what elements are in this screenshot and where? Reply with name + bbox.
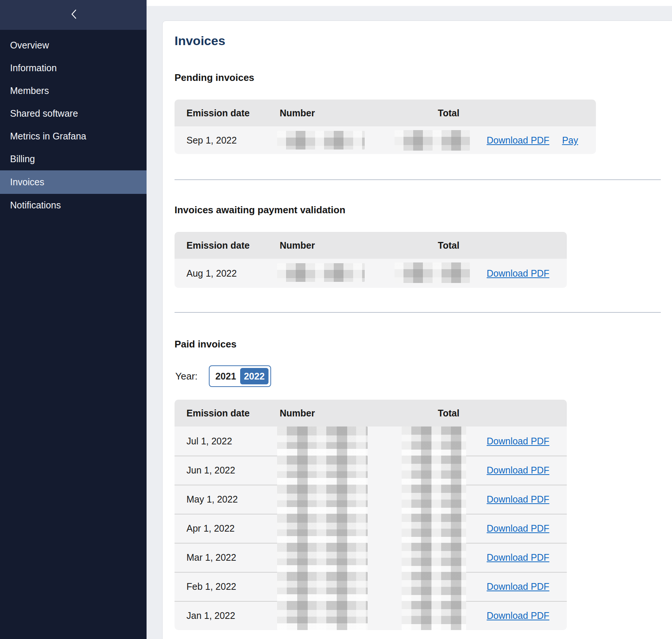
invoice-total-redacted (402, 572, 466, 601)
section-divider (175, 179, 661, 180)
sidebar-header (0, 0, 147, 30)
invoice-number-redacted (277, 572, 368, 601)
invoice-row: Sep 1, 2022Download PDFPay (175, 126, 596, 154)
year-toggle: 20212022 (209, 365, 271, 387)
invoice-row: Jul 1, 2022Download PDF (175, 426, 567, 456)
invoice-row: May 1, 2022Download PDF (175, 485, 567, 514)
download-pdf-link[interactable]: Download PDF (487, 523, 549, 534)
invoice-row: Jan 1, 2022Download PDF (175, 601, 567, 630)
invoice-total-redacted (402, 456, 466, 485)
sidebar-item-members[interactable]: Members (0, 79, 147, 102)
sidebar-item-metrics-in-grafana[interactable]: Metrics in Grafana (0, 125, 147, 148)
section-heading-awaiting: Invoices awaiting payment validation (175, 204, 345, 216)
row-actions: Download PDF (485, 610, 567, 621)
invoice-total-redacted (395, 130, 470, 151)
invoice-row: Feb 1, 2022Download PDF (175, 572, 567, 601)
row-actions: Download PDF (485, 494, 567, 505)
year-label: Year: (175, 371, 198, 382)
top-bar (147, 0, 672, 6)
row-actions: Download PDF (485, 581, 567, 592)
row-actions: Download PDFPay (485, 135, 596, 146)
invoice-row: Jun 1, 2022Download PDF (175, 456, 567, 485)
column-header-emission-date: Emission date (175, 408, 280, 419)
section-heading-pending: Pending invoices (175, 72, 254, 84)
table-header-row: Emission dateNumberTotal (175, 232, 567, 259)
row-actions: Download PDF (485, 268, 567, 279)
awaiting-invoices-table: Emission dateNumberTotalAug 1, 2022Downl… (175, 232, 567, 288)
invoice-row: Aug 1, 2022Download PDF (175, 259, 567, 288)
invoice-total-redacted (402, 485, 466, 514)
emission-date-cell: Mar 1, 2022 (175, 552, 280, 563)
invoice-number-redacted (277, 456, 368, 485)
emission-date-cell: Jul 1, 2022 (175, 436, 280, 447)
sidebar-item-overview[interactable]: Overview (0, 34, 147, 57)
sidebar-item-notifications[interactable]: Notifications (0, 194, 147, 217)
download-pdf-link[interactable]: Download PDF (487, 552, 549, 563)
download-pdf-link[interactable]: Download PDF (487, 268, 549, 279)
column-header-number: Number (280, 408, 396, 419)
table-header-row: Emission dateNumberTotal (175, 400, 567, 426)
sidebar-item-shared-software[interactable]: Shared software (0, 102, 147, 125)
sidebar-item-information[interactable]: Information (0, 57, 147, 79)
pending-invoices-table: Emission dateNumberTotalSep 1, 2022Downl… (175, 100, 596, 154)
chevron-left-icon (69, 9, 79, 20)
invoice-number-redacted (277, 601, 368, 630)
pay-link[interactable]: Pay (562, 135, 578, 146)
table-header-row: Emission dateNumberTotal (175, 100, 596, 126)
sidebar: OverviewInformationMembersShared softwar… (0, 0, 147, 639)
sidebar-item-billing[interactable]: Billing (0, 148, 147, 170)
invoice-number-redacted (277, 514, 368, 543)
emission-date-cell: Jun 1, 2022 (175, 465, 280, 476)
download-pdf-link[interactable]: Download PDF (487, 465, 549, 476)
invoice-total-redacted (395, 262, 470, 283)
column-header-total: Total (396, 408, 485, 419)
invoice-number-redacted (277, 131, 365, 149)
emission-date-cell: Feb 1, 2022 (175, 581, 280, 592)
app-window: OverviewInformationMembersShared softwar… (0, 0, 672, 639)
download-pdf-link[interactable]: Download PDF (487, 494, 549, 505)
emission-date-cell: Jan 1, 2022 (175, 610, 280, 621)
invoice-total-redacted (402, 514, 466, 543)
page-title: Invoices (175, 34, 225, 48)
download-pdf-link[interactable]: Download PDF (487, 436, 549, 447)
column-header-total: Total (396, 240, 485, 251)
column-header-emission-date: Emission date (175, 240, 280, 251)
invoice-row: Apr 1, 2022Download PDF (175, 514, 567, 543)
invoice-row: Mar 1, 2022Download PDF (175, 543, 567, 572)
sidebar-collapse-button[interactable] (66, 6, 82, 22)
paid-invoices-table: Emission dateNumberTotalJul 1, 2022Downl… (175, 400, 567, 630)
sidebar-item-invoices[interactable]: Invoices (0, 170, 147, 194)
column-header-number: Number (280, 240, 396, 251)
row-actions: Download PDF (485, 465, 567, 476)
download-pdf-link[interactable]: Download PDF (487, 581, 549, 592)
year-option-2022[interactable]: 2022 (240, 368, 269, 384)
row-actions: Download PDF (485, 523, 567, 534)
download-pdf-link[interactable]: Download PDF (487, 135, 549, 146)
row-actions: Download PDF (485, 552, 567, 563)
emission-date-cell: Sep 1, 2022 (175, 135, 280, 146)
emission-date-cell: May 1, 2022 (175, 494, 280, 505)
column-header-emission-date: Emission date (175, 108, 280, 119)
invoice-total-redacted (402, 543, 466, 572)
column-header-total: Total (396, 108, 485, 119)
invoice-number-redacted (277, 263, 365, 282)
invoice-total-redacted (402, 426, 466, 456)
section-heading-paid: Paid invoices (175, 339, 236, 350)
year-option-2021[interactable]: 2021 (211, 368, 240, 384)
section-divider (175, 312, 661, 313)
sidebar-nav: OverviewInformationMembersShared softwar… (0, 34, 147, 217)
column-header-number: Number (280, 108, 396, 119)
emission-date-cell: Apr 1, 2022 (175, 523, 280, 534)
invoice-total-redacted (402, 601, 466, 630)
download-pdf-link[interactable]: Download PDF (487, 610, 549, 621)
invoice-number-redacted (277, 426, 368, 456)
row-actions: Download PDF (485, 436, 567, 447)
emission-date-cell: Aug 1, 2022 (175, 268, 280, 279)
invoice-number-redacted (277, 485, 368, 514)
invoice-number-redacted (277, 543, 368, 572)
